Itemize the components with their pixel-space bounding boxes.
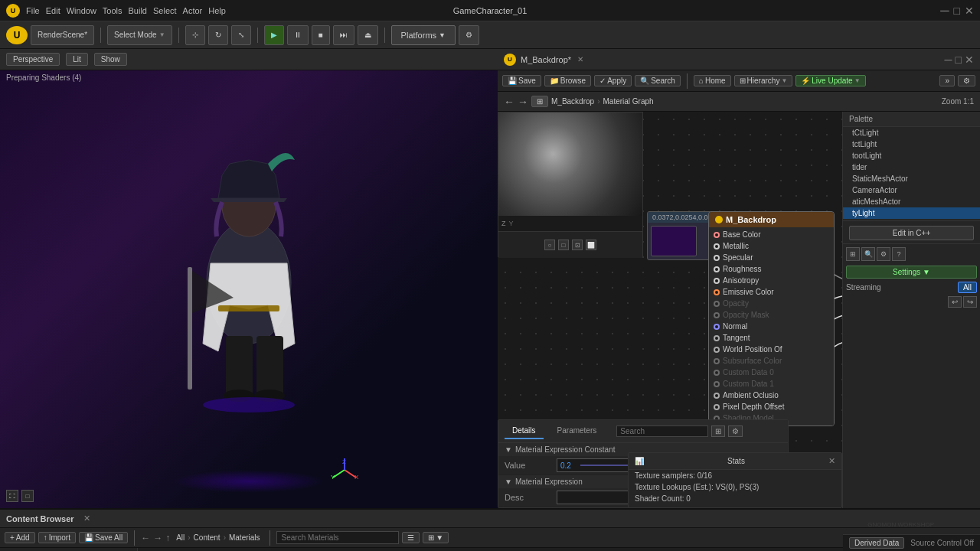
specular-port[interactable]: Specular	[709, 252, 834, 263]
cb-go-back-btn[interactable]: ←	[141, 533, 150, 543]
cb-all-crumb[interactable]: All	[176, 533, 185, 542]
derived-data-btn[interactable]: Derived Data	[849, 537, 904, 549]
props-icon-3[interactable]: ⚙	[877, 247, 890, 261]
sphere-btn[interactable]: ○	[544, 240, 555, 250]
props-item-7[interactable]: tyLight	[843, 207, 980, 219]
menu-select[interactable]: Select	[153, 6, 177, 15]
details-settings-btn[interactable]: ⚙	[728, 425, 743, 437]
redo-btn[interactable]: ↪	[963, 296, 977, 308]
mat-search-btn[interactable]: 🔍 Search	[635, 75, 681, 86]
menu-build[interactable]: Build	[129, 6, 147, 15]
cb-close-btn[interactable]: ✕	[83, 514, 90, 523]
mat-hierarchy-btn[interactable]: ⊞ Hierarchy ▼	[734, 75, 793, 86]
metallic-port[interactable]: Metallic	[709, 240, 834, 252]
props-item-5[interactable]: CameraActor	[843, 184, 980, 196]
props-icon-1[interactable]: ⊞	[846, 247, 860, 261]
maximize-btn[interactable]: □	[954, 5, 960, 17]
cb-content-crumb[interactable]: Content	[194, 533, 220, 542]
skip-btn[interactable]: ⏭	[333, 25, 354, 45]
menu-window[interactable]: Window	[67, 6, 96, 15]
mat-settings-btn[interactable]: ⚙	[958, 75, 975, 86]
cb-filter-btn[interactable]: ☰	[402, 532, 420, 543]
cb-save-all-btn[interactable]: 💾 Save All	[79, 532, 128, 543]
emissive-port[interactable]: Emissive Color	[709, 286, 834, 298]
undo-btn[interactable]: ↩	[948, 296, 962, 308]
rotate-btn[interactable]: ↻	[208, 25, 228, 45]
subsurface-port[interactable]: Subsurface Color	[709, 355, 834, 367]
details-search-input[interactable]	[616, 425, 708, 437]
mat-close[interactable]: ✕	[965, 54, 974, 66]
lit-btn[interactable]: Lit	[66, 53, 88, 66]
anisotropy-port[interactable]: Anisotropy	[709, 275, 834, 286]
custom-data0-port[interactable]: Custom Data 0	[709, 367, 834, 378]
cinematic-btn[interactable]: ⚙	[459, 25, 479, 45]
maximize-viewport-icon[interactable]: □	[21, 490, 34, 502]
cb-add-btn[interactable]: + Add	[5, 532, 35, 543]
scale-btn[interactable]: ⤡	[231, 25, 251, 45]
cb-go-forward-btn[interactable]: →	[153, 533, 162, 543]
color-swatch[interactable]	[651, 226, 697, 256]
show-btn[interactable]: Show	[94, 53, 127, 66]
plane-btn[interactable]: □	[558, 240, 569, 250]
cb-materials-crumb[interactable]: Materials	[229, 533, 260, 542]
mat-apply-btn[interactable]: ✓ Apply	[594, 75, 632, 86]
menu-tools[interactable]: Tools	[103, 6, 122, 15]
edit-in-cpp-btn[interactable]: Edit in C++	[849, 226, 974, 240]
props-item-0[interactable]: tCtLight	[843, 127, 980, 139]
opacity-port[interactable]: Opacity	[709, 298, 834, 309]
mat-live-update-btn[interactable]: ⚡ Live Update ▼	[795, 75, 865, 86]
props-item-6[interactable]: aticMeshActor	[843, 196, 980, 207]
details-tab[interactable]: Details	[505, 423, 544, 439]
pause-btn[interactable]: ⏸	[287, 25, 309, 45]
cb-up-btn[interactable]: ↑	[165, 533, 170, 543]
roughness-port[interactable]: Roughness	[709, 263, 834, 275]
cube-btn[interactable]: ⬜	[586, 240, 596, 250]
perspective-btn[interactable]: Perspective	[6, 53, 60, 66]
eject-btn[interactable]: ⏏	[358, 25, 378, 45]
cb-search-input[interactable]	[276, 531, 399, 544]
mat-home-btn[interactable]: ⌂ Home	[694, 75, 731, 86]
select-mode-btn[interactable]: Select Mode ▼	[107, 25, 172, 45]
cb-view-btn[interactable]: ⊞ ▼	[423, 532, 449, 543]
menu-file[interactable]: File	[26, 6, 40, 15]
source-control-right[interactable]: Source Control Off	[910, 539, 974, 547]
nav-forward-btn[interactable]: →	[518, 96, 528, 108]
base-color-port[interactable]: Base Color	[709, 229, 834, 240]
breadcrumb-material[interactable]: M_Backdrop	[551, 97, 594, 106]
world-pos-port[interactable]: World Position Of	[709, 344, 834, 355]
cylinder-btn[interactable]: ⊡	[572, 240, 583, 250]
platforms-btn[interactable]: Platforms ▼	[391, 25, 456, 45]
nav-breadcrumb-btn[interactable]: ⊞	[531, 96, 548, 107]
mat-minimize[interactable]: ─	[945, 54, 952, 66]
close-btn[interactable]: ✕	[965, 5, 974, 17]
fullscreen-icon[interactable]: ⛶	[6, 490, 18, 502]
transform-btn[interactable]: ⊹	[185, 25, 205, 45]
stop-btn[interactable]: ■	[312, 25, 330, 45]
stats-close-btn[interactable]: ✕	[828, 456, 835, 466]
opacity-mask-port[interactable]: Opacity Mask	[709, 309, 834, 321]
menu-edit[interactable]: Edit	[46, 6, 60, 15]
mat-tab-close[interactable]: ✕	[577, 55, 583, 64]
menu-actor[interactable]: Actor	[183, 6, 203, 15]
mat-save-btn[interactable]: 💾 Save	[502, 75, 541, 86]
normal-port[interactable]: Normal	[709, 321, 834, 332]
ambient-occlusion-port[interactable]: Ambient Oclusio	[709, 390, 834, 401]
play-btn[interactable]: ▶	[264, 25, 284, 45]
custom-data1-port[interactable]: Custom Data 1	[709, 378, 834, 390]
all-btn[interactable]: All	[958, 282, 977, 293]
cb-import-btn[interactable]: ↑ Import	[38, 532, 76, 543]
props-item-4[interactable]: StaticMeshActor	[843, 173, 980, 184]
props-icon-2[interactable]: 🔍	[861, 247, 875, 261]
props-icon-4[interactable]: ?	[892, 247, 906, 261]
render-scene-btn[interactable]: RenderScene*	[31, 25, 94, 45]
menu-help[interactable]: Help	[208, 6, 226, 15]
mat-browse-btn[interactable]: 📁 Browse	[544, 75, 591, 86]
nav-back-btn[interactable]: ←	[504, 96, 514, 108]
value-input[interactable]	[557, 461, 580, 470]
minimize-btn[interactable]: ─	[940, 4, 949, 18]
tangent-port[interactable]: Tangent	[709, 332, 834, 344]
pixel-depth-port[interactable]: Pixel Depth Offset	[709, 401, 834, 412]
mat-maximize[interactable]: □	[956, 54, 962, 66]
graph-area[interactable]: Z Y ○ □ ⊡ ⬜	[498, 112, 842, 508]
props-item-2[interactable]: tootLight	[843, 150, 980, 161]
